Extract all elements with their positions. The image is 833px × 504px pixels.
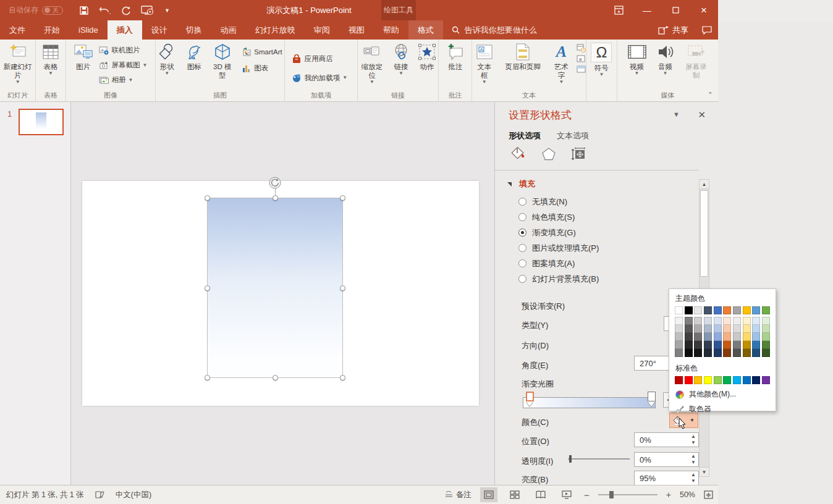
color-swatch[interactable] [733, 349, 741, 357]
icons-button[interactable]: 图标 [183, 41, 205, 72]
color-swatch[interactable] [733, 317, 741, 325]
tab-slideshow[interactable]: 幻灯片放映 [246, 20, 305, 40]
color-swatch[interactable] [752, 341, 760, 349]
color-swatch[interactable] [714, 333, 722, 341]
slide-sorter-view-button[interactable] [506, 487, 523, 502]
resize-handle-sw[interactable] [205, 375, 210, 380]
tell-me-search[interactable]: 告诉我你想要做什么 [452, 20, 537, 40]
color-swatch[interactable] [733, 306, 741, 314]
color-swatch[interactable] [733, 325, 741, 333]
color-swatch[interactable] [762, 325, 770, 333]
slide-canvas-area[interactable] [71, 102, 494, 485]
color-swatch[interactable] [752, 376, 760, 384]
transparency-spinner[interactable]: 0% ▲▼ [634, 452, 699, 467]
color-swatch[interactable] [704, 325, 712, 333]
color-swatch[interactable] [752, 306, 760, 314]
color-swatch[interactable] [704, 333, 712, 341]
color-swatch[interactable] [714, 376, 722, 384]
tab-view[interactable]: 视图 [339, 20, 374, 40]
scroll-down-icon[interactable]: ▼ [700, 467, 709, 476]
color-swatch[interactable] [675, 333, 683, 341]
color-swatch[interactable] [694, 349, 702, 357]
textbox-button[interactable]: A 文本框 ▼ [472, 41, 496, 86]
color-swatch[interactable] [714, 306, 722, 314]
color-swatch[interactable] [704, 306, 712, 314]
more-colors-item[interactable]: 其他颜色(M)... [669, 387, 776, 401]
collapse-ribbon-icon[interactable]: ⌃ [708, 91, 713, 99]
slide[interactable] [82, 181, 479, 406]
shapes-button[interactable]: 形状 ▼ [156, 41, 178, 77]
store-button[interactable]: 应用商店 [290, 52, 335, 65]
resize-handle-nw[interactable] [205, 195, 210, 201]
color-swatch[interactable] [733, 333, 741, 341]
photo-album-button[interactable]: 相册 ▼ [97, 74, 150, 86]
color-swatch[interactable] [675, 349, 683, 357]
tab-review[interactable]: 审阅 [305, 20, 339, 40]
color-swatch[interactable] [675, 341, 683, 349]
resize-handle-ne[interactable] [340, 195, 345, 201]
tab-insert[interactable]: 插入 [108, 20, 142, 40]
color-swatch[interactable] [723, 333, 731, 341]
3d-model-button[interactable]: 3D 模型 [210, 41, 234, 81]
pane-close-icon[interactable]: ✕ [698, 109, 706, 120]
online-pictures-button[interactable]: 联机图片 [97, 44, 150, 57]
color-swatch[interactable] [685, 376, 693, 384]
color-swatch[interactable] [752, 349, 760, 357]
position-spinner[interactable]: 0% ▲▼ [634, 432, 699, 447]
radio-gradient-fill[interactable]: 渐变填充(G) [518, 228, 599, 237]
spinner-arrows-icon[interactable]: ▲▼ [691, 434, 696, 446]
my-addins-button[interactable]: 我的加载项 ▼ [290, 72, 349, 85]
color-swatch[interactable] [685, 306, 693, 314]
color-swatch[interactable] [733, 376, 741, 384]
comments-icon[interactable] [702, 26, 712, 35]
color-swatch[interactable] [675, 317, 683, 325]
spinner-arrows-icon[interactable]: ▲▼ [691, 472, 696, 484]
screenshot-button[interactable]: 屏幕截图 ▼ [97, 59, 150, 72]
video-button[interactable]: 视频 ▼ [626, 41, 648, 77]
new-comment-button[interactable]: 批注 [444, 41, 467, 72]
radio-solid-fill[interactable]: 纯色填充(S) [518, 212, 599, 222]
color-swatch[interactable] [694, 333, 702, 341]
gradient-stop-2[interactable] [648, 392, 656, 406]
color-swatch[interactable] [723, 349, 731, 357]
object-icon[interactable] [577, 65, 586, 73]
normal-view-button[interactable] [480, 487, 497, 502]
share-button[interactable]: 共享 [658, 25, 688, 36]
zoom-out-button[interactable]: − [584, 490, 590, 500]
color-swatch[interactable] [743, 341, 751, 349]
slide-number-icon[interactable]: # [577, 55, 586, 63]
wordart-button[interactable]: A 艺术字 ▼ [549, 41, 573, 86]
color-swatch[interactable] [723, 317, 731, 325]
color-swatch[interactable] [685, 333, 693, 341]
fill-section-header[interactable]: 填充 [507, 178, 535, 190]
pictures-button[interactable]: 图片 [72, 41, 95, 72]
color-swatch[interactable] [743, 317, 751, 325]
gradient-stop-1[interactable] [526, 392, 534, 406]
color-swatch[interactable] [685, 325, 693, 333]
color-swatch[interactable] [723, 306, 731, 314]
color-swatch[interactable] [743, 349, 751, 357]
color-swatch[interactable] [685, 317, 693, 325]
resize-handle-w[interactable] [205, 285, 210, 291]
brightness-spinner[interactable]: 95% ▲▼ [634, 471, 699, 485]
spinner-arrows-icon[interactable]: ▲▼ [691, 453, 696, 466]
rotate-handle[interactable] [268, 176, 282, 190]
slideshow-view-button[interactable] [558, 487, 575, 502]
slider-thumb[interactable] [569, 455, 572, 463]
reading-view-button[interactable] [532, 487, 549, 502]
color-swatch[interactable] [762, 306, 770, 314]
table-button[interactable]: 表格 ▼ [40, 41, 62, 77]
color-swatch[interactable] [723, 376, 731, 384]
resize-handle-s[interactable] [273, 375, 278, 380]
accessibility-check-icon[interactable] [95, 490, 104, 499]
fit-to-window-icon[interactable] [704, 490, 713, 499]
color-swatch[interactable] [704, 341, 712, 349]
color-swatch[interactable] [675, 306, 683, 314]
resize-handle-se[interactable] [340, 375, 345, 380]
color-swatch[interactable] [762, 317, 770, 325]
resize-handle-e[interactable] [340, 285, 345, 291]
audio-button[interactable]: 音频 ▼ [654, 41, 677, 77]
color-swatch[interactable] [723, 325, 731, 333]
minimize-button[interactable]: — [633, 0, 661, 20]
color-swatch[interactable] [762, 349, 770, 357]
